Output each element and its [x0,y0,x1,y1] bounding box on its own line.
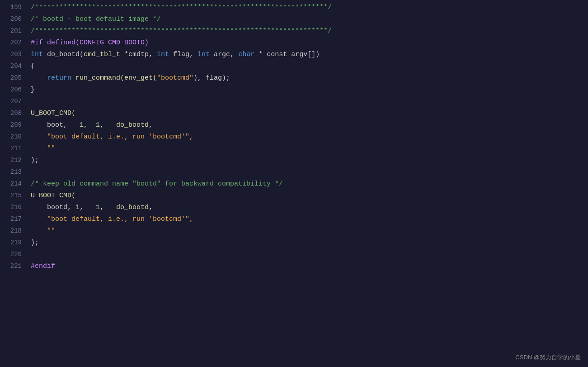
line-content: ); [27,238,39,248]
table-row: 202#if defined(CONFIG_CMD_BOOTD) [0,37,588,49]
line-content: /***************************************… [27,26,332,37]
line-content: "" [27,143,55,154]
line-number: 204 [0,61,27,71]
line-content: /* bootd - boot default image */ [27,14,161,25]
line-number: 215 [0,191,27,200]
table-row: 207 [0,96,588,108]
line-content: #endif [27,261,55,272]
line-content: int do_bootd(cmd_tbl_t *cmdtp, int flag,… [27,49,320,60]
line-number: 218 [0,226,27,236]
line-content: ); [27,155,39,166]
line-number: 207 [0,96,27,106]
line-content: /***************************************… [27,2,332,13]
code-content: 199/************************************… [0,2,588,272]
code-editor: 199/************************************… [0,0,588,367]
line-content: /* keep old command name "bootd" for bac… [27,179,283,190]
line-content: "boot default, i.e., run 'bootcmd'", [27,214,193,225]
line-number: 205 [0,73,27,83]
line-number: 210 [0,132,27,142]
line-number: 216 [0,202,27,212]
line-number: 199 [0,2,27,12]
line-content: U_BOOT_CMD( [27,108,75,119]
table-row: 214/* keep old command name "bootd" for … [0,178,588,190]
line-content: return run_command(env_get("bootcmd"), f… [27,73,230,84]
table-row: 206} [0,84,588,96]
line-content: boot, 1, 1, do_bootd, [27,120,153,131]
table-row: 218 "" [0,225,588,237]
line-number: 219 [0,238,27,248]
line-number: 217 [0,214,27,224]
line-content: bootd, 1, 1, do_bootd, [27,202,153,213]
line-number: 203 [0,49,27,59]
line-content: { [27,61,35,72]
line-number: 213 [0,167,27,177]
line-number: 200 [0,14,27,24]
line-number: 201 [0,26,27,36]
line-number: 212 [0,155,27,165]
table-row: 220 [0,249,588,261]
line-number: 214 [0,179,27,189]
table-row: 215U_BOOT_CMD( [0,190,588,202]
line-number: 209 [0,120,27,130]
table-row: 201/************************************… [0,25,588,37]
line-content: U_BOOT_CMD( [27,191,75,201]
table-row: 205 return run_command(env_get("bootcmd"… [0,72,588,84]
line-number: 220 [0,249,27,259]
table-row: 219); [0,237,588,249]
table-row: 221#endif [0,261,588,272]
table-row: 209 boot, 1, 1, do_bootd, [0,119,588,131]
line-number: 211 [0,143,27,153]
table-row: 211 "" [0,143,588,155]
table-row: 204{ [0,61,588,72]
line-number: 221 [0,261,27,271]
line-number: 208 [0,108,27,118]
table-row: 199/************************************… [0,2,588,14]
watermark: CSDN @努力自学的小夏 [515,353,581,362]
table-row: 208U_BOOT_CMD( [0,108,588,119]
table-row: 203int do_bootd(cmd_tbl_t *cmdtp, int fl… [0,49,588,61]
table-row: 213 [0,167,588,178]
line-number: 206 [0,85,27,95]
line-number: 202 [0,38,27,48]
line-content: "" [27,226,55,237]
table-row: 212); [0,155,588,167]
table-row: 217 "boot default, i.e., run 'bootcmd'", [0,214,588,225]
line-content: #if defined(CONFIG_CMD_BOOTD) [27,38,149,48]
table-row: 200/* bootd - boot default image */ [0,14,588,25]
line-content: } [27,85,35,95]
line-content: "boot default, i.e., run 'bootcmd'", [27,132,193,143]
table-row: 216 bootd, 1, 1, do_bootd, [0,202,588,214]
table-row: 210 "boot default, i.e., run 'bootcmd'", [0,131,588,143]
